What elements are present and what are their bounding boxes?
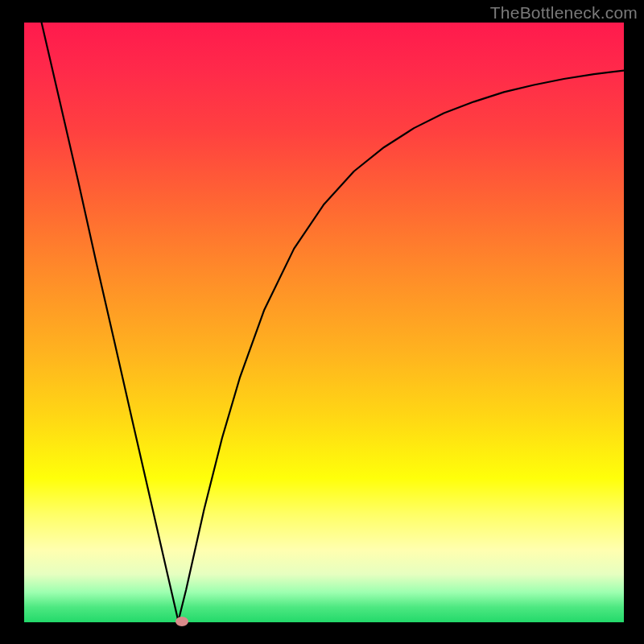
plot-area bbox=[24, 23, 624, 622]
minimum-marker bbox=[175, 617, 188, 626]
curve-layer bbox=[24, 23, 624, 622]
watermark-text: TheBottleneck.com bbox=[490, 3, 638, 23]
bottleneck-curve bbox=[42, 23, 624, 621]
chart-frame: TheBottleneck.com bbox=[0, 0, 644, 644]
